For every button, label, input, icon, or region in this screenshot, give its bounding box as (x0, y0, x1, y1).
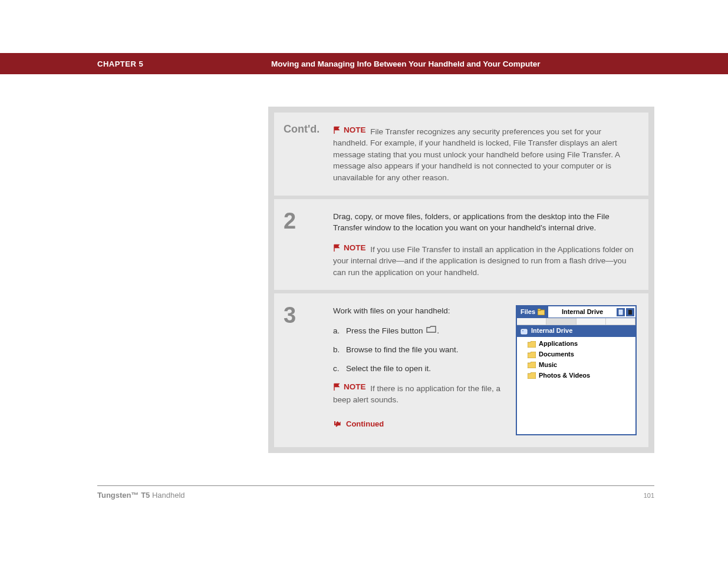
step-3: 3 Work with files on your handheld: a. P… (274, 293, 648, 447)
steps-container: Cont'd. NOTE File Transfer recognizes an… (268, 107, 654, 453)
note-text: File Transfer recognizes any security pr… (333, 127, 620, 182)
flag-icon (333, 244, 341, 252)
flag-icon (333, 383, 341, 391)
step3-intro: Work with files on your handheld: (333, 305, 502, 317)
flag-icon (333, 126, 341, 134)
note-flag: NOTE (333, 242, 366, 254)
continued-label: Continued (346, 419, 384, 430)
files-app-icon (538, 309, 545, 315)
chapter-title: Moving and Managing Info Between Your Ha… (271, 59, 541, 68)
pda-folder-item[interactable]: Photos & Videos (528, 371, 631, 381)
chapter-label: CHAPTER 5 (97, 59, 271, 68)
pda-app-name[interactable]: Files (517, 306, 548, 318)
step2-intro: Drag, copy, or move files, folders, or a… (333, 211, 637, 234)
step-label-contd: Cont'd. (284, 123, 319, 135)
step-2: 2 Drag, copy, or move files, folders, or… (274, 199, 648, 290)
pda-card-icon[interactable] (617, 308, 625, 316)
pda-tabs (517, 318, 635, 325)
note-text: If you use File Transfer to install an a… (333, 245, 634, 277)
marker-b: b. (333, 344, 346, 356)
note-label: NOTE (344, 242, 366, 254)
pda-folder-item[interactable]: Music (528, 360, 631, 371)
continued-link[interactable]: Continued (333, 419, 384, 430)
pda-sd-icon[interactable] (626, 308, 634, 316)
page-number: 101 (644, 492, 654, 499)
step3-c-text: Select the file to open it. (346, 363, 431, 375)
step-number-2: 2 (284, 209, 296, 233)
pda-folder-list: Applications Documents Music (517, 337, 635, 434)
drive-icon (521, 328, 528, 335)
footer-product: Tungsten™ T5 Handheld (97, 491, 185, 500)
step3-item-b: b. Browse to find the file you want. (333, 344, 502, 356)
pda-breadcrumb[interactable]: Internal Drive (517, 325, 635, 337)
page-footer: Tungsten™ T5 Handheld 101 (97, 485, 654, 500)
step3-item-c: c. Select the file to open it. (333, 363, 502, 375)
note-flag: NOTE (333, 381, 366, 393)
chapter-header: CHAPTER 5 Moving and Managing Info Betwe… (0, 53, 728, 74)
note-label: NOTE (344, 381, 366, 393)
continued-arrow-icon (334, 420, 342, 428)
step3-b-text: Browse to find the file you want. (346, 344, 459, 356)
handheld-files-window: Files Internal Drive (516, 305, 637, 435)
folder-icon (528, 362, 536, 368)
step-number-3: 3 (284, 303, 296, 328)
pda-titlebar: Files Internal Drive (517, 306, 635, 318)
svg-rect-1 (538, 309, 541, 310)
svg-rect-4 (522, 330, 523, 331)
svg-rect-3 (521, 329, 527, 334)
pda-folder-item[interactable]: Documents (528, 349, 631, 360)
folder-icon (528, 341, 536, 348)
marker-a: a. (333, 325, 346, 337)
marker-c: c. (333, 363, 346, 375)
folder-icon (528, 372, 536, 379)
step3-a-text: Press the Files button (346, 326, 425, 335)
pda-drive-label: Internal Drive (548, 308, 617, 317)
files-button-icon (426, 325, 437, 337)
step-contd: Cont'd. NOTE File Transfer recognizes an… (274, 113, 648, 196)
folder-icon (528, 352, 536, 358)
svg-rect-2 (619, 310, 622, 315)
step3-item-a: a. Press the Files button . (333, 325, 502, 337)
note-flag: NOTE (333, 124, 366, 136)
pda-folder-item[interactable]: Applications (528, 339, 631, 349)
note-label: NOTE (344, 124, 366, 136)
step3-a-tail: . (437, 326, 439, 335)
